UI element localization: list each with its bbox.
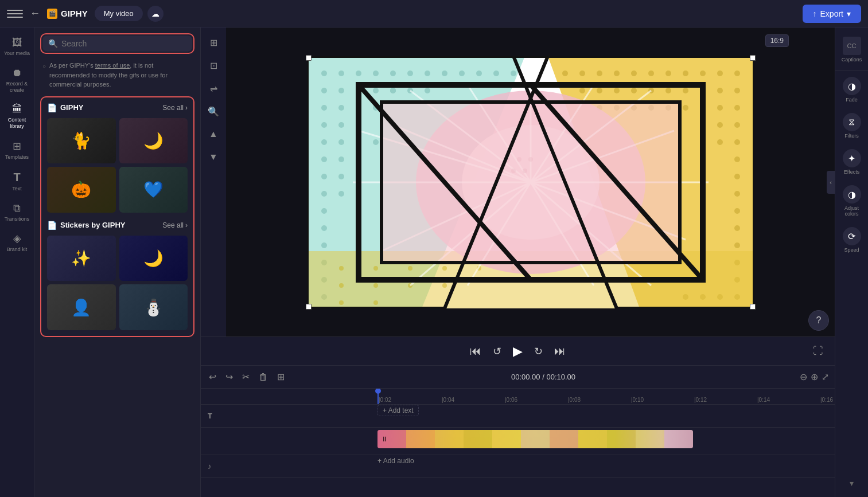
handle-br[interactable] [750, 304, 756, 310]
handle-bl[interactable] [306, 304, 312, 310]
giphy-thumb-2[interactable]: 🌙 [119, 118, 188, 164]
video-track-content: ⏸ [377, 428, 835, 455]
tool-flip[interactable]: ⇌ [203, 78, 224, 99]
playback-bar: ⏮ ↺ ▶ ↻ ⏭ ⛶ [201, 336, 835, 365]
fullscreen-button[interactable]: ⛶ [813, 345, 823, 357]
text-icon: T [13, 171, 20, 184]
svg-point-95 [339, 266, 344, 271]
adjust-colors-btn[interactable]: ◑ [843, 185, 861, 204]
stickers-see-all[interactable]: See all › [162, 221, 188, 229]
tool-zoom[interactable]: 🔍 [203, 101, 224, 122]
tool-crop[interactable]: ⊡ [203, 55, 224, 76]
tool-triangle-up[interactable]: ▲ [203, 124, 224, 144]
video-clip[interactable]: ⏸ [377, 430, 693, 448]
collapse-arrow[interactable]: ‹ [827, 171, 835, 194]
right-sidebar: CC Captions ◑ Fade ⧖ Filters ✦ Effects ◑… [835, 28, 868, 497]
search-input-wrap[interactable]: 🔍 [42, 36, 192, 52]
thumb-emoji-2: 🌙 [143, 131, 164, 150]
svg-point-44 [493, 71, 499, 76]
cut-button[interactable]: ✂ [240, 369, 252, 385]
extra-button[interactable]: ⊞ [275, 369, 287, 385]
zoom-in-button[interactable]: ⊕ [811, 371, 818, 382]
sticker-thumb-3[interactable]: 👤 [47, 284, 116, 330]
adjust-colors-label: Adjustcolors [844, 205, 859, 217]
tab-icon-cloud[interactable]: ☁ [147, 6, 164, 22]
timeline-area: ↩ ↪ ✂ 🗑 ⊞ 00:00.00 / 00:10.00 ⊖ ⊕ ⤢ [201, 365, 835, 497]
ruler-marks-container: |0:02 |0:04 |0:06 |0:08 |0:10 |0:12 |0:1… [377, 397, 835, 404]
timeline-ruler: |0:02 |0:04 |0:06 |0:08 |0:10 |0:12 |0:1… [201, 389, 835, 405]
sidebar-item-templates[interactable]: ⊞ Templates [1, 135, 33, 165]
right-item-effects[interactable]: ✦ Effects [836, 144, 867, 179]
play-button[interactable]: ▶ [513, 344, 523, 359]
right-expand-btn[interactable]: ▾ [835, 479, 868, 492]
sidebar-item-content-library[interactable]: 🏛 Contentlibrary [1, 99, 33, 134]
right-item-adjust-colors[interactable]: ◑ Adjustcolors [836, 181, 867, 221]
fade-btn[interactable]: ◑ [843, 77, 861, 95]
redo-button[interactable]: ↪ [223, 369, 235, 385]
svg-point-8 [321, 88, 327, 93]
svg-point-58 [579, 88, 585, 93]
sidebar-item-text[interactable]: T Text [1, 166, 33, 197]
text-track-row: T + Add text [201, 405, 835, 428]
total-time: 00:10.00 [546, 373, 575, 381]
rewind-button[interactable]: ↺ [493, 345, 501, 358]
sidebar-item-record-create[interactable]: ⏺ Record &create [1, 62, 33, 98]
video-frame[interactable] [307, 56, 754, 308]
captions-btn[interactable]: CC [843, 37, 861, 55]
sticker-thumb-1[interactable]: ✨ [47, 236, 116, 281]
svg-point-105 [339, 300, 344, 305]
zoom-out-button[interactable]: ⊖ [800, 371, 807, 382]
fit-zoom-button[interactable]: ⤢ [822, 371, 829, 382]
giphy-see-all[interactable]: See all › [162, 104, 188, 112]
sticker-thumb-4[interactable]: ⛄ [119, 284, 188, 330]
right-item-filters[interactable]: ⧖ Filters [836, 108, 867, 143]
add-audio-button[interactable]: + Add audio [377, 457, 414, 465]
effects-btn[interactable]: ✦ [843, 149, 861, 167]
sidebar-label-transitions: Transitions [5, 216, 30, 222]
sidebar-label-content-library: Contentlibrary [8, 117, 26, 130]
giphy-thumb-4[interactable]: 💙 [119, 167, 188, 213]
right-item-speed[interactable]: ⟳ Speed [836, 222, 867, 257]
speed-btn[interactable]: ⟳ [843, 227, 861, 245]
undo-button[interactable]: ↩ [207, 369, 219, 385]
right-item-captions[interactable]: CC Captions [836, 32, 867, 67]
sticker-thumb-2[interactable]: 🌙 [119, 236, 188, 281]
tool-triangle-down[interactable]: ▼ [203, 147, 224, 167]
skip-forward-button[interactable]: ⏭ [554, 345, 566, 358]
forward-button[interactable]: ↻ [534, 345, 543, 358]
help-button[interactable]: ? [808, 310, 829, 331]
sticker-emoji-3: 👤 [71, 298, 91, 317]
export-chevron: ▾ [847, 9, 851, 18]
ruler-mark-0:16: |0:16 [819, 397, 835, 404]
tab-my-video[interactable]: My video [95, 6, 143, 21]
svg-point-6 [390, 71, 396, 76]
your-media-icon: 🖼 [12, 37, 22, 49]
handle-tr[interactable] [750, 55, 756, 61]
svg-point-40 [425, 88, 430, 93]
svg-point-63 [665, 88, 671, 93]
giphy-grid: 🐈 🌙 🎃 💙 [47, 118, 188, 213]
tool-fit[interactable]: ⊞ [203, 32, 224, 53]
right-item-fade[interactable]: ◑ Fade [836, 72, 867, 107]
back-button[interactable]: ← [30, 7, 40, 19]
svg-point-57 [734, 71, 740, 76]
sidebar-item-your-media[interactable]: 🖼 Your media [1, 32, 33, 61]
info-text: ○ As per GIPHY's terms of use, it is not… [40, 60, 194, 91]
sidebar-item-brand-kit[interactable]: ◈ Brand kit [1, 228, 33, 257]
search-input[interactable] [61, 39, 186, 48]
svg-point-39 [425, 71, 430, 76]
menu-icon[interactable] [7, 6, 23, 22]
export-button[interactable]: ↑ Export ▾ [803, 5, 861, 23]
timeline-toolbar: ↩ ↪ ✂ 🗑 ⊞ 00:00.00 / 00:10.00 ⊖ ⊕ ⤢ [201, 366, 835, 389]
add-text-button[interactable]: + Add text [377, 405, 419, 416]
skip-back-button[interactable]: ⏮ [470, 345, 481, 358]
svg-point-73 [683, 105, 688, 111]
ruler-mark-0:10: |0:10 [630, 397, 693, 404]
filters-btn[interactable]: ⧖ [843, 113, 861, 131]
handle-tl[interactable] [306, 55, 312, 61]
sidebar-item-transitions[interactable]: ⧉ Transitions [1, 198, 33, 227]
delete-button[interactable]: 🗑 [256, 370, 270, 385]
giphy-thumb-1[interactable]: 🐈 [47, 118, 116, 164]
giphy-thumb-3[interactable]: 🎃 [47, 167, 116, 213]
ruler-mark-0:12: |0:12 [693, 397, 756, 404]
